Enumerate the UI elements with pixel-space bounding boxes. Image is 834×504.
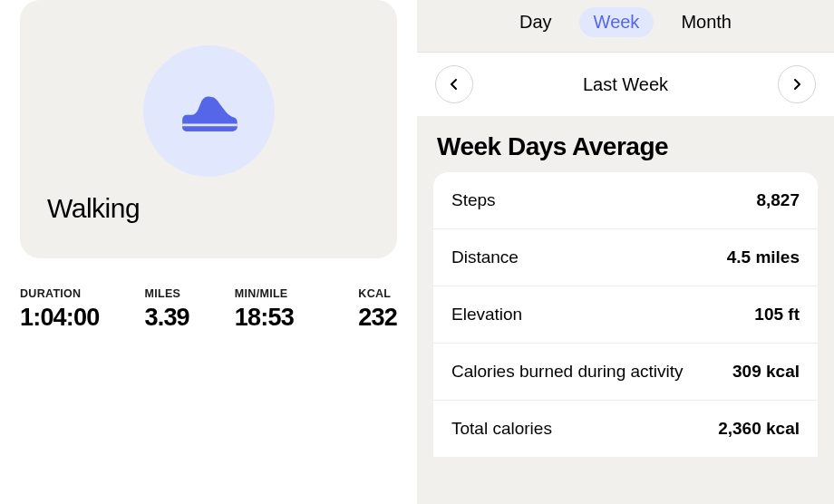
stat-row-steps: Steps 8,827 [433, 172, 818, 229]
metric-duration: DURATION 1:04:00 [20, 287, 99, 332]
summary-title: Week Days Average [417, 116, 834, 172]
chevron-left-icon [450, 78, 459, 91]
next-button[interactable] [778, 65, 816, 103]
metric-label: KCAL [358, 287, 397, 300]
metric-miles: MILES 3.39 [144, 287, 189, 332]
metric-pace: MIN/MILE 18:53 [235, 287, 294, 332]
metric-label: MIN/MILE [235, 287, 294, 300]
shoe-icon [179, 89, 238, 134]
stat-label: Calories burned during activity [451, 362, 684, 382]
stat-value: 309 kcal [732, 362, 800, 382]
stat-value: 8,827 [756, 190, 800, 210]
stat-label: Steps [451, 190, 496, 210]
stat-value: 4.5 miles [727, 247, 800, 267]
metric-value: 3.39 [144, 304, 189, 332]
activity-title: Walking [47, 193, 140, 224]
stat-row-total-calories: Total calories 2,360 kcal [433, 401, 818, 457]
stat-value: 105 ft [754, 305, 800, 325]
activity-icon-circle [143, 45, 275, 177]
tab-month[interactable]: Month [666, 7, 746, 37]
metric-label: DURATION [20, 287, 99, 300]
stat-row-distance: Distance 4.5 miles [433, 229, 818, 286]
chevron-right-icon [792, 78, 801, 91]
stat-label: Total calories [451, 419, 552, 439]
metric-kcal: KCAL 232 [358, 287, 397, 332]
prev-button[interactable] [435, 65, 473, 103]
tab-day[interactable]: Day [505, 7, 567, 37]
stat-row-activity-calories: Calories burned during activity 309 kcal [433, 344, 818, 401]
metrics-row: DURATION 1:04:00 MILES 3.39 MIN/MILE 18:… [20, 287, 397, 332]
stat-value: 2,360 kcal [718, 419, 800, 439]
metric-label: MILES [144, 287, 189, 300]
metric-value: 1:04:00 [20, 304, 99, 332]
stat-label: Distance [451, 247, 519, 267]
activity-card: Walking [20, 0, 397, 258]
stat-label: Elevation [451, 305, 522, 325]
date-navigation: Last Week [417, 52, 834, 116]
stat-row-elevation: Elevation 105 ft [433, 286, 818, 344]
metric-value: 18:53 [235, 304, 294, 332]
date-range-label: Last Week [583, 74, 668, 95]
stats-list: Steps 8,827 Distance 4.5 miles Elevation… [433, 172, 818, 457]
tab-week[interactable]: Week [579, 7, 655, 37]
metric-value: 232 [358, 304, 397, 332]
period-tabs: Day Week Month [417, 0, 834, 52]
